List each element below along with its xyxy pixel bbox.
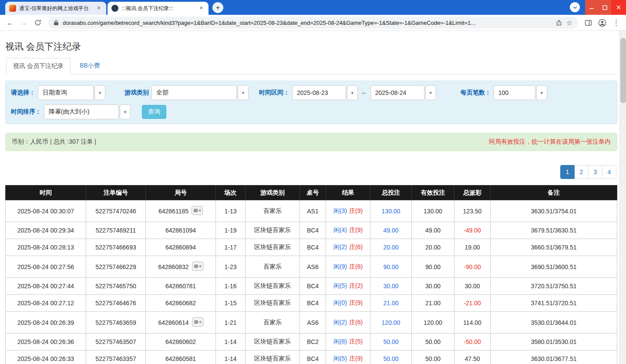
result-banker: 庄(9) bbox=[349, 299, 363, 306]
result-player: 闲(3) bbox=[333, 207, 347, 214]
cell-result: 闲(5)庄(2) bbox=[326, 278, 370, 295]
bookmark-star-icon[interactable]: ☆ bbox=[566, 19, 572, 27]
result-banker: 庄(6) bbox=[349, 243, 363, 250]
chevron-down-icon[interactable]: ▼ bbox=[536, 85, 547, 100]
cell-payout: 47.50 bbox=[454, 351, 491, 364]
chevron-down-icon[interactable]: ▼ bbox=[425, 85, 436, 100]
table-row: 2025-08-24 00:26:36522757463507642860602… bbox=[6, 334, 617, 351]
cell-table-no: BC4 bbox=[300, 222, 326, 239]
cell-game-type: 百家乐 bbox=[246, 312, 300, 334]
date-mode-select[interactable]: 日期查询 ▼ bbox=[38, 85, 105, 100]
cell-result: 闲(0)庄(9) bbox=[326, 295, 370, 312]
video-replay-icon[interactable] bbox=[192, 262, 203, 272]
cell-time: 2025-08-24 00:28:13 bbox=[6, 239, 86, 256]
cell-bet-id: 522757463357 bbox=[86, 351, 146, 364]
cell-bet-id: 522757465750 bbox=[86, 278, 146, 295]
cell-result: 闲(8)庄(5) bbox=[326, 334, 370, 351]
tab-close-icon[interactable]: × bbox=[198, 5, 205, 12]
browser-menu-icon[interactable]: ⋮ bbox=[610, 17, 623, 29]
sort-select[interactable]: 降幂(由大到小) ▼ bbox=[44, 104, 131, 119]
browser-tab-home[interactable]: 通宝-信誉最好的网上游戏平台 × bbox=[5, 2, 106, 15]
cell-table-no: BC4 bbox=[300, 239, 326, 256]
date-start-select[interactable]: 2025-08-23 ▼ bbox=[292, 85, 358, 100]
pagination-page-3[interactable]: 3 bbox=[588, 165, 602, 179]
pagination: 1234 bbox=[5, 165, 616, 179]
browser-tab-betrecord[interactable]: :::视讯 会员下注纪录::: × bbox=[108, 2, 209, 15]
result-banker: 庄(6) bbox=[349, 319, 363, 326]
site-favicon bbox=[111, 5, 118, 12]
result-banker: 庄(2) bbox=[349, 282, 363, 289]
cell-session: 1-14 bbox=[216, 351, 246, 364]
chevron-down-icon[interactable]: ▼ bbox=[238, 85, 249, 100]
scrollbar-thumb[interactable] bbox=[620, 38, 626, 103]
cell-table-no: BC4 bbox=[300, 351, 326, 364]
url-text[interactable]: dorasabs.com/game/betrecord_search/kind3… bbox=[63, 20, 552, 26]
pagination-page-1[interactable]: 1 bbox=[560, 165, 575, 179]
cell-time: 2025-08-24 00:26:33 bbox=[6, 351, 86, 364]
cell-time: 2025-08-24 00:29:34 bbox=[6, 222, 86, 239]
tab-title: :::视讯 会员下注纪录::: bbox=[121, 5, 195, 12]
tab-close-icon[interactable]: × bbox=[95, 5, 102, 12]
cell-result: 闲(2)庄(6) bbox=[326, 239, 370, 256]
pagination-page-4[interactable]: 4 bbox=[602, 165, 616, 179]
sort-label: 时间排序： bbox=[11, 108, 41, 116]
tab-bb-tip[interactable]: BB小费 bbox=[73, 58, 107, 74]
minimize-button[interactable] bbox=[585, 0, 598, 15]
table-row: 2025-08-24 00:29:34522757469211642861094… bbox=[6, 222, 617, 239]
table-row: 2025-08-24 00:30:07522757470246642861185… bbox=[6, 200, 617, 222]
cell-total-bet: 50.00 bbox=[370, 351, 412, 364]
cell-round-id: 642860581 bbox=[146, 351, 216, 364]
cell-game-type: 百家乐 bbox=[246, 200, 300, 222]
table-row: 2025-08-24 00:28:13522757466693642860894… bbox=[6, 239, 617, 256]
chevron-down-icon[interactable]: ▼ bbox=[347, 85, 358, 100]
url-bar[interactable]: dorasabs.com/game/betrecord_search/kind3… bbox=[48, 17, 578, 29]
cell-note: 3580.01/3530.01 bbox=[491, 334, 617, 351]
date-range-label: 时间区间： bbox=[259, 89, 289, 97]
cell-session: 1-23 bbox=[216, 256, 246, 278]
tab-betrecord[interactable]: 视讯 会员下注纪录 bbox=[6, 58, 71, 74]
video-replay-icon[interactable] bbox=[192, 317, 203, 328]
pagination-page-2[interactable]: 2 bbox=[574, 165, 589, 179]
cell-payout: -50.00 bbox=[454, 334, 491, 351]
close-button[interactable] bbox=[611, 0, 626, 15]
cell-valid-bet: 120.00 bbox=[412, 312, 454, 334]
cell-total-bet: 120.00 bbox=[370, 312, 412, 334]
reload-button[interactable] bbox=[31, 17, 44, 29]
profile-avatar-icon[interactable] bbox=[596, 17, 609, 29]
result-player: 闲(4) bbox=[333, 226, 347, 233]
column-header: 备注 bbox=[491, 185, 617, 200]
maximize-button[interactable] bbox=[598, 0, 611, 15]
table-row: 2025-08-24 00:27:56522757466229642860832… bbox=[6, 256, 617, 278]
cell-total-bet: 90.00 bbox=[370, 256, 412, 278]
new-tab-button[interactable]: + bbox=[212, 2, 223, 13]
game-type-select[interactable]: 全部 ▼ bbox=[151, 85, 249, 100]
column-header: 桌号 bbox=[300, 185, 326, 200]
cell-payout: -49.00 bbox=[454, 222, 491, 239]
cell-note: 3630.51/3754.01 bbox=[491, 200, 617, 222]
date-end-select[interactable]: 2025-08-24 ▼ bbox=[370, 85, 436, 100]
select-label: 请选择： bbox=[11, 89, 35, 97]
cell-payout: -90.00 bbox=[454, 256, 491, 278]
per-page-label: 每页笔数： bbox=[461, 89, 491, 97]
cell-result: 闲(3)庄(9) bbox=[326, 200, 370, 222]
share-icon[interactable] bbox=[555, 19, 562, 26]
video-replay-icon[interactable] bbox=[192, 206, 203, 216]
lock-icon bbox=[54, 20, 59, 26]
back-button[interactable]: ← bbox=[3, 17, 16, 29]
forward-button[interactable]: → bbox=[17, 17, 30, 29]
summary-bar: 币别：人民币 | 总共 :307 注单 | 同局有效投注，统一计算在该局第一张注… bbox=[5, 133, 617, 151]
side-panel-icon[interactable] bbox=[582, 17, 595, 29]
cell-valid-bet: 30.00 bbox=[412, 278, 454, 295]
tab-search-chevron-icon[interactable] bbox=[570, 2, 580, 12]
result-player: 闲(5) bbox=[333, 355, 347, 362]
query-button[interactable]: 查询 bbox=[142, 105, 166, 119]
per-page-select[interactable]: 100 ▼ bbox=[494, 85, 547, 100]
chevron-down-icon[interactable]: ▼ bbox=[120, 104, 131, 119]
column-header: 有效投注 bbox=[412, 185, 454, 200]
chevron-down-icon[interactable]: ▼ bbox=[94, 85, 105, 100]
scrollbar[interactable] bbox=[619, 31, 626, 364]
cell-game-type: 区块链百家乐 bbox=[246, 295, 300, 312]
cell-bet-id: 522757466693 bbox=[86, 239, 146, 256]
cell-valid-bet: 50.00 bbox=[412, 334, 454, 351]
cell-valid-bet: 90.00 bbox=[412, 256, 454, 278]
